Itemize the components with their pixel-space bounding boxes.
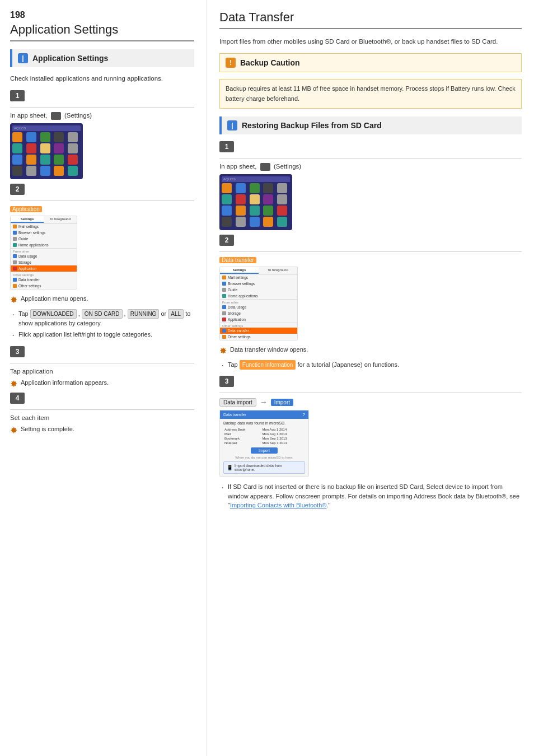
r-app-icon-13 [250, 206, 260, 216]
backup-caution-label: Backup Caution [240, 58, 300, 67]
arrow-icon: → [260, 398, 268, 407]
r-app-icon-18 [250, 217, 260, 227]
step1-label: In app sheet, (Settings) [10, 112, 194, 120]
r-app-icon-3 [250, 183, 260, 193]
app-icon-1 [12, 132, 22, 142]
step2-bullet2-text: Flick application list left/right to tog… [18, 330, 152, 339]
r-app-icon-4 [263, 183, 273, 193]
dt-tab-settings[interactable]: Settings [220, 267, 259, 274]
r-app-icon-14 [263, 206, 273, 216]
dt-guide-label: Guide [228, 288, 237, 292]
badge-all: ALL [168, 309, 184, 319]
dt-mail-label: Mail settings [228, 276, 248, 279]
dt-menu-application[interactable]: Application [220, 316, 297, 323]
right-step1-icon-label: (Settings) [274, 163, 301, 170]
menu-dot-home [13, 243, 17, 247]
import-row-2: Mail Mon Aug 1 2014 [223, 432, 305, 436]
right-section-title: Data Transfer [219, 10, 522, 29]
menu-dot-datausage [13, 254, 17, 258]
import-panel-header: Data transfer ? [220, 410, 308, 419]
r-app-icon-20 [277, 217, 287, 227]
dt-section-from-other: From other [220, 299, 297, 304]
menu-dot-mail [13, 225, 17, 228]
menu-dot-guide [13, 237, 17, 241]
app-icon-2 [26, 132, 36, 142]
dt-datatransfer-label: Data transfer [228, 329, 249, 333]
app-icon-18 [40, 166, 50, 176]
import-button[interactable]: Import [251, 447, 278, 454]
app-icon-19 [54, 166, 64, 176]
menu-dot-application [13, 267, 17, 270]
import-subtitle: When you do not use microSD to here. [223, 456, 305, 459]
step1-icon-label: (Settings) [64, 112, 92, 119]
app-icon-7 [26, 143, 36, 153]
app-icon-11 [12, 155, 22, 165]
importing-contacts-link[interactable]: Importing Contacts with Bluetooth® [230, 502, 327, 508]
step4-box: 4 [10, 393, 25, 404]
dt-menu-storage[interactable]: Storage [220, 310, 297, 316]
dt-menu-datatransfer[interactable]: Data transfer [220, 328, 297, 334]
menu-tab-settings[interactable]: Settings [11, 216, 44, 223]
page-number: 198 [10, 10, 194, 20]
menu-item-home[interactable]: Home applications [11, 242, 77, 248]
menu-item-application[interactable]: Application [11, 265, 77, 272]
menu-item-home-label: Home applications [18, 243, 48, 247]
right-step2-label: Data transfer [219, 256, 522, 263]
step2-label: Application [10, 206, 194, 212]
badge-onsdcard: ON SD CARD [82, 309, 123, 319]
dt-menu-mail[interactable]: Mail settings [220, 274, 297, 281]
dt-menu-guide[interactable]: Guide [220, 287, 297, 293]
header-icon: | [18, 53, 28, 63]
star-icon-1: ✸ [10, 295, 17, 305]
app-icon-6 [12, 143, 22, 153]
menu-panel-left: Settings To foreground Mail settings Bro… [10, 216, 77, 290]
menu-item-othersettings[interactable]: Other settings [11, 283, 77, 289]
menu-item-datatransfer-label: Data transfer [18, 278, 40, 282]
dt-dot-application [222, 318, 226, 321]
restoring-icon: | [227, 120, 237, 130]
r-app-icon-7 [236, 194, 246, 204]
restoring-header: | Restoring Backup Files from SD Card [219, 116, 522, 134]
menu-item-guide[interactable]: Guide [11, 236, 77, 242]
application-badge: Application [10, 206, 42, 212]
app-icon-20 [68, 166, 78, 176]
right-step2-box: 2 [219, 235, 234, 246]
import-panel-help-icon: ? [303, 412, 305, 417]
import-item-1: Address Book [223, 427, 261, 432]
menu-item-othersettings-label: Other settings [18, 284, 41, 288]
app-icon-17 [26, 166, 36, 176]
phone-top-bar-right: AQUOS [222, 176, 290, 182]
dt-dot-storage [222, 311, 226, 315]
import-date-4: Mon Sep 1 2013 [261, 441, 305, 445]
menu-dot-othersettings [13, 284, 17, 288]
dt-menu-home[interactable]: Home applications [220, 293, 297, 299]
menu-item-browser[interactable]: Browser settings [11, 230, 77, 236]
step2-box: 2 [10, 184, 25, 195]
step3-bullet-1: ・ If SD Card is not inserted or there is… [219, 482, 522, 510]
app-icon-16 [12, 166, 22, 176]
menu-item-datatransfer[interactable]: Data transfer [11, 277, 77, 283]
dt-tab-toforeground[interactable]: To foreground [259, 267, 297, 274]
dt-menu-browser[interactable]: Browser settings [220, 281, 297, 287]
import-panel-header-label: Data transfer [223, 413, 246, 417]
app-icon-15 [68, 155, 78, 165]
import-item-2: Mail [223, 432, 261, 436]
caution-icon: ! [226, 58, 236, 68]
dt-dot-datatransfer [222, 329, 226, 333]
menu-item-mail[interactable]: Mail settings [11, 223, 77, 230]
menu-tab-toforeground[interactable]: To foreground [44, 216, 77, 223]
r-app-icon-17 [236, 217, 246, 227]
dt-menu-datausage[interactable]: Data usage [220, 304, 297, 310]
data-import-badge: Data import [219, 398, 256, 407]
data-transfer-badge: Data transfer [219, 257, 256, 263]
phone-icon: 📱 [227, 465, 233, 470]
settings-icon-left [51, 112, 61, 120]
right-step1-label: In app sheet, (Settings) [219, 163, 522, 171]
r-app-icon-1 [222, 183, 232, 193]
menu-item-mail-label: Mail settings [18, 225, 39, 228]
menu-item-storage[interactable]: Storage [11, 259, 77, 265]
menu-item-datausage[interactable]: Data usage [11, 253, 77, 259]
import-date-1: Mon Aug 1 2014 [261, 427, 305, 432]
badge-downloaded: DOWNLOADED [30, 309, 77, 319]
dt-menu-othersettings[interactable]: Other settings [220, 334, 297, 340]
